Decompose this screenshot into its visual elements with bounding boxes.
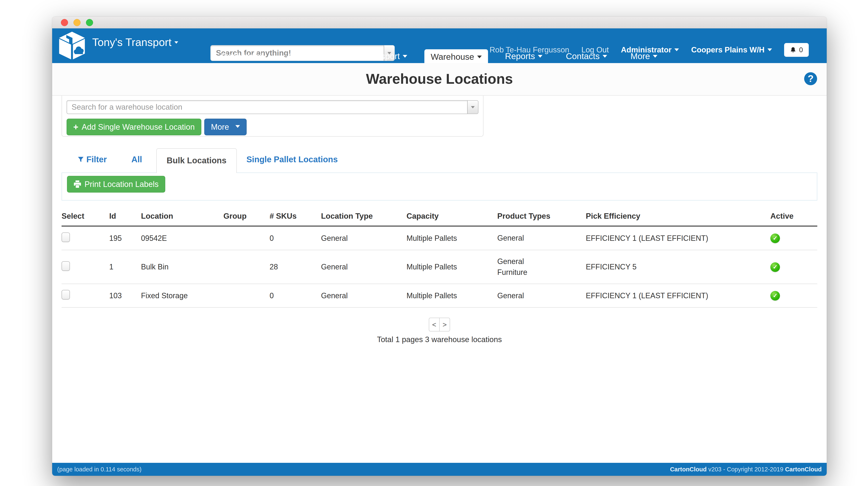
- cell-capacity: Multiple Pallets: [406, 284, 497, 308]
- cell-location-type: General: [321, 250, 407, 284]
- app-window: Tony's Transport Rob Te-Hau Fergusson Lo…: [52, 17, 827, 476]
- cartoncloud-logo-icon: [57, 30, 87, 61]
- chevron-down-icon: [768, 49, 772, 51]
- table-row: 1 Bulk Bin 28 General Multiple Pallets G…: [62, 250, 817, 284]
- cell-capacity: Multiple Pallets: [406, 226, 497, 250]
- location-search-panel: + Add Single Warehouse Location More: [62, 96, 484, 137]
- cell-product-types: General Furniture: [497, 250, 586, 284]
- row-select-checkbox[interactable]: [62, 290, 70, 299]
- nav-item-reports[interactable]: Reports: [499, 49, 549, 63]
- cell-location: 09542E: [141, 226, 223, 250]
- pagination: < > Total 1 pages 3 warehouse locations: [62, 318, 817, 344]
- print-location-labels-button[interactable]: Print Location Labels: [67, 176, 165, 193]
- page-title: Warehouse Locations: [52, 63, 827, 94]
- location-search-input[interactable]: [67, 101, 467, 114]
- cell-location: Fixed Storage: [141, 284, 223, 308]
- brand-menu[interactable]: Tony's Transport: [92, 36, 178, 49]
- previous-page-button[interactable]: <: [429, 318, 440, 332]
- pagination-summary: Total 1 pages 3 warehouse locations: [62, 335, 817, 344]
- tab-all[interactable]: All: [131, 155, 142, 173]
- col-capacity: Capacity: [406, 208, 497, 226]
- warehouse-menu[interactable]: Coopers Plains W/H: [691, 46, 772, 54]
- chevron-down-icon: [471, 106, 475, 108]
- bell-icon: [790, 47, 796, 53]
- cell-skus: 0: [270, 284, 321, 308]
- row-select-checkbox[interactable]: [62, 232, 70, 242]
- chevron-down-icon: [403, 55, 407, 58]
- col-select: Select: [62, 208, 109, 226]
- more-button[interactable]: More: [204, 119, 247, 135]
- chevron-down-icon: [336, 55, 340, 58]
- zoom-window-button[interactable]: [86, 19, 93, 26]
- cell-pick-efficiency: EFFICIENCY 5: [586, 250, 770, 284]
- col-location: Location: [141, 208, 223, 226]
- tab-bulk-locations[interactable]: Bulk Locations: [156, 148, 237, 173]
- chevron-down-icon: [538, 55, 542, 58]
- main-nav-menu: Dashboard +Quick Add Transport Warehouse…: [210, 49, 669, 63]
- nav-item-quick-add[interactable]: +Quick Add: [280, 49, 346, 63]
- funnel-icon: [78, 156, 84, 163]
- plus-icon: +: [286, 51, 291, 61]
- plus-icon: +: [73, 122, 79, 132]
- nav-item-transport[interactable]: Transport: [357, 49, 413, 63]
- location-search: [67, 100, 478, 114]
- notifications-button[interactable]: 0: [784, 43, 809, 57]
- cell-location-type: General: [321, 284, 407, 308]
- tab-single-pallet-locations[interactable]: Single Pallet Locations: [246, 155, 338, 173]
- top-navbar: Tony's Transport Rob Te-Hau Fergusson Lo…: [52, 28, 827, 63]
- cell-id: 1: [109, 250, 141, 284]
- col-product-types: Product Types: [497, 208, 586, 226]
- tab-filter[interactable]: Filter: [78, 155, 107, 173]
- cell-location-type: General: [321, 226, 407, 250]
- cell-id: 195: [109, 226, 141, 250]
- cell-group: [223, 250, 270, 284]
- window-titlebar: [52, 17, 827, 28]
- warehouse-locations-table: Select Id Location Group # SKUs Location…: [62, 208, 817, 308]
- notification-count: 0: [799, 46, 803, 54]
- chevron-down-icon: [602, 55, 607, 58]
- table-row: 195 09542E 0 General Multiple Pallets Ge…: [62, 226, 817, 250]
- chevron-down-icon: [477, 56, 482, 58]
- cell-product-types: General: [497, 284, 586, 308]
- cell-capacity: Multiple Pallets: [406, 250, 497, 284]
- active-check-icon: ✓: [770, 233, 780, 243]
- chevron-down-icon: [175, 41, 178, 44]
- col-group: Group: [223, 208, 270, 226]
- cell-skus: 28: [270, 250, 321, 284]
- col-id: Id: [109, 208, 141, 226]
- table-row: 103 Fixed Storage 0 General Multiple Pal…: [62, 284, 817, 308]
- col-skus: # SKUs: [270, 208, 321, 226]
- cell-skus: 0: [270, 226, 321, 250]
- minimize-window-button[interactable]: [73, 19, 81, 26]
- bulk-locations-panel: Print Location Labels: [62, 173, 817, 200]
- cell-id: 103: [109, 284, 141, 308]
- add-single-warehouse-location-button[interactable]: + Add Single Warehouse Location: [67, 119, 202, 135]
- location-search-dropdown-button[interactable]: [467, 101, 478, 114]
- cell-product-types: General: [497, 226, 586, 250]
- page-header: Warehouse Locations ?: [52, 63, 827, 96]
- printer-icon: [74, 180, 81, 188]
- cell-location: Bulk Bin: [141, 250, 223, 284]
- cell-pick-efficiency: EFFICIENCY 1 (LEAST EFFICIENT): [586, 226, 770, 250]
- nav-item-contacts[interactable]: Contacts: [560, 49, 614, 63]
- brand-label: Tony's Transport: [92, 36, 172, 48]
- cell-group: [223, 226, 270, 250]
- nav-item-dashboard[interactable]: Dashboard: [215, 49, 270, 63]
- copyright-text: CartonCloud v203 - Copyright 2012-2019 C…: [670, 466, 822, 473]
- location-tabs: Filter All Bulk Locations Single Pallet …: [62, 148, 817, 173]
- table-header-row: Select Id Location Group # SKUs Location…: [62, 208, 817, 226]
- active-check-icon: ✓: [770, 262, 780, 272]
- cell-group: [223, 284, 270, 308]
- nav-item-more[interactable]: More: [624, 49, 664, 63]
- active-check-icon: ✓: [770, 291, 780, 301]
- page-load-time: (page loaded in 0.114 seconds): [57, 466, 142, 473]
- chevron-down-icon: [235, 125, 240, 128]
- cell-pick-efficiency: EFFICIENCY 1 (LEAST EFFICIENT): [586, 284, 770, 308]
- row-select-checkbox[interactable]: [62, 261, 70, 271]
- next-page-button[interactable]: >: [439, 318, 450, 332]
- close-window-button[interactable]: [61, 19, 68, 26]
- help-button[interactable]: ?: [804, 72, 817, 85]
- chevron-down-icon: [674, 49, 679, 51]
- col-pick-efficiency: Pick Efficiency: [586, 208, 770, 226]
- col-location-type: Location Type: [321, 208, 407, 226]
